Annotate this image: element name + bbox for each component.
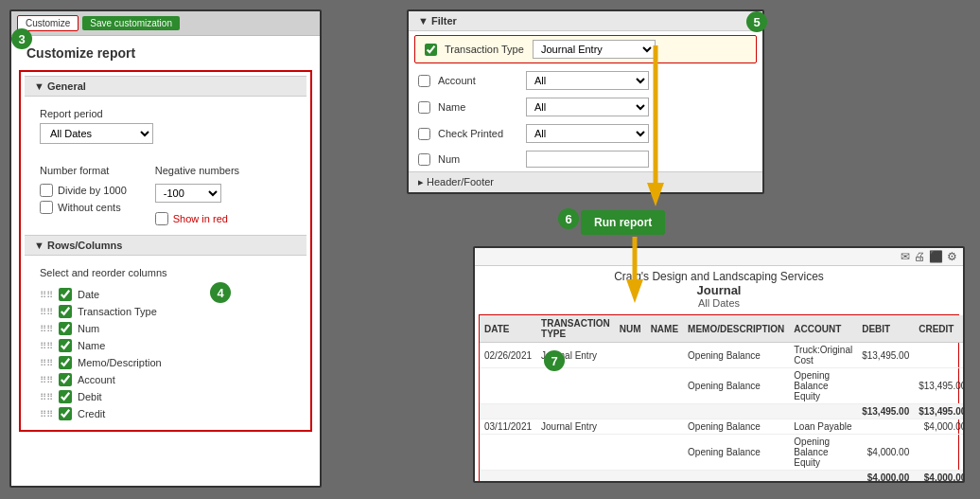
- show-in-red-row: Show in red: [155, 212, 239, 225]
- step7-badge: 7: [544, 350, 565, 371]
- name-checkbox[interactable]: [418, 101, 430, 114]
- svg-marker-3: [626, 279, 643, 303]
- number-format-section: Number format Divide by 1000 Without cen…: [25, 161, 306, 235]
- account-select[interactable]: All: [526, 71, 649, 90]
- checkbox-name[interactable]: [59, 339, 72, 352]
- col-transaction-type: TRANSACTION TYPE: [536, 315, 615, 343]
- columns-list: ⠿⠿ Date ⠿⠿ Transaction Type ⠿⠿ Num ⠿⠿: [40, 286, 291, 422]
- run-report-button[interactable]: Run report: [581, 210, 665, 235]
- check-printed-filter-row: Check Printed All: [409, 120, 762, 147]
- step3-badge: 3: [11, 28, 32, 49]
- cell-num: [615, 435, 646, 471]
- column-credit-label: Credit: [78, 408, 105, 419]
- drag-handle-memo[interactable]: ⠿⠿: [40, 358, 53, 368]
- table-row: $13,495.00 $13,495.00: [480, 404, 965, 419]
- cell-num: [615, 343, 646, 368]
- col-name: NAME: [646, 315, 683, 343]
- panel-title: Customize report: [11, 36, 320, 66]
- filter-header: ▼ Filter: [409, 11, 762, 31]
- name-select[interactable]: All: [526, 98, 649, 116]
- email-icon[interactable]: ✉: [901, 250, 910, 263]
- check-printed-select[interactable]: All: [526, 124, 649, 143]
- transaction-type-checkbox[interactable]: [425, 44, 437, 56]
- customize-report-panel: Customize Save customization Customize r…: [9, 9, 322, 488]
- divide-by-1000-checkbox[interactable]: [40, 184, 53, 197]
- negative-numbers-select[interactable]: -100: [155, 184, 221, 203]
- drag-handle-date[interactable]: ⠿⠿: [40, 290, 53, 300]
- cell-subtotal-credit: $13,495.00: [914, 404, 965, 419]
- report-title: Journal: [475, 283, 963, 297]
- transaction-type-select[interactable]: Journal Entry: [533, 40, 656, 59]
- drag-handle-name[interactable]: ⠿⠿: [40, 341, 53, 351]
- divide-by-1000-label: Divide by 1000: [58, 185, 127, 196]
- transaction-type-row: Transaction Type Journal Entry: [414, 35, 757, 63]
- cell-name: [646, 368, 683, 404]
- cell-num: [615, 419, 646, 435]
- cell-subtotal-debit: $13,495.00: [857, 404, 914, 419]
- cell-name: [646, 343, 683, 368]
- without-cents-label: Without cents: [58, 202, 121, 213]
- cell-credit: $4,000.00: [914, 419, 965, 435]
- col-date: DATE: [480, 315, 536, 343]
- drag-handle-debit[interactable]: ⠿⠿: [40, 392, 53, 402]
- checkbox-credit[interactable]: [59, 407, 72, 420]
- show-in-red-checkbox[interactable]: [155, 212, 168, 225]
- show-in-red-label: Show in red: [173, 213, 228, 224]
- column-memo: ⠿⠿ Memo/Description: [40, 354, 291, 371]
- report-period-label: Report period: [40, 108, 291, 119]
- checkbox-debit[interactable]: [59, 390, 72, 403]
- column-num-label: Num: [78, 323, 99, 334]
- checkbox-transaction-type[interactable]: [59, 305, 72, 318]
- cell-date: 03/11/2021: [480, 419, 536, 435]
- header-footer-section[interactable]: ▸ Header/Footer: [409, 171, 762, 192]
- column-name-label: Name: [78, 340, 105, 351]
- cell-type: [536, 435, 615, 471]
- num-filter-row: Num: [409, 147, 762, 171]
- col-credit: CREDIT: [914, 315, 965, 343]
- without-cents-checkbox[interactable]: [40, 201, 53, 214]
- settings-icon[interactable]: ⚙: [947, 250, 957, 263]
- column-date: ⠿⠿ Date: [40, 286, 291, 303]
- cell-empty: [480, 404, 857, 419]
- account-checkbox[interactable]: [418, 75, 430, 87]
- report-period-select[interactable]: All Dates: [40, 123, 153, 144]
- num-input[interactable]: [526, 151, 649, 168]
- column-debit: ⠿⠿ Debit: [40, 388, 291, 405]
- checkbox-account[interactable]: [59, 373, 72, 386]
- print-icon[interactable]: 🖨: [914, 250, 925, 263]
- rows-columns-header: ▼ Rows/Columns: [25, 235, 306, 256]
- general-section: ▼ General Report period All Dates Number…: [19, 70, 312, 432]
- num-checkbox[interactable]: [418, 153, 430, 166]
- cell-credit: $13,495.00: [914, 368, 965, 404]
- name-label: Name: [438, 101, 518, 113]
- select-reorder-label: Select and reorder columns: [40, 267, 291, 278]
- drag-handle-num[interactable]: ⠿⠿: [40, 324, 53, 334]
- cell-memo: Opening Balance: [683, 435, 789, 471]
- column-debit-label: Debit: [78, 391, 102, 402]
- col-memo: MEMO/DESCRIPTION: [683, 315, 789, 343]
- report-period-section: Report period All Dates: [25, 104, 306, 153]
- export-icon[interactable]: ⬛: [929, 250, 943, 263]
- account-filter-row: Account All: [409, 67, 762, 94]
- drag-handle-account[interactable]: ⠿⠿: [40, 375, 53, 385]
- name-filter-row: Name All: [409, 94, 762, 120]
- drag-handle-transaction-type[interactable]: ⠿⠿: [40, 307, 53, 317]
- transaction-type-filter-row: Transaction Type Journal Entry: [415, 36, 756, 62]
- cell-account: Truck:Original Cost: [789, 343, 857, 368]
- save-customization-button[interactable]: Save customization: [82, 16, 180, 30]
- columns-area: Select and reorder columns ⠿⠿ Date ⠿⠿ Tr…: [25, 263, 306, 426]
- number-format-left: Number format Divide by 1000 Without cen…: [40, 165, 127, 214]
- number-format-label: Number format: [40, 165, 127, 176]
- report-toolbar: ✉ 🖨 ⬛ ⚙: [475, 248, 963, 266]
- transaction-type-label: Transaction Type: [445, 44, 525, 55]
- checkbox-memo[interactable]: [59, 356, 72, 369]
- checkbox-num[interactable]: [59, 322, 72, 335]
- column-memo-label: Memo/Description: [78, 357, 162, 368]
- drag-handle-credit[interactable]: ⠿⠿: [40, 409, 53, 419]
- checkbox-date[interactable]: [59, 288, 72, 301]
- cell-name: [646, 435, 683, 471]
- check-printed-checkbox[interactable]: [418, 128, 430, 140]
- account-label: Account: [438, 75, 518, 86]
- cell-date: [480, 435, 536, 471]
- cell-debit: [857, 368, 914, 404]
